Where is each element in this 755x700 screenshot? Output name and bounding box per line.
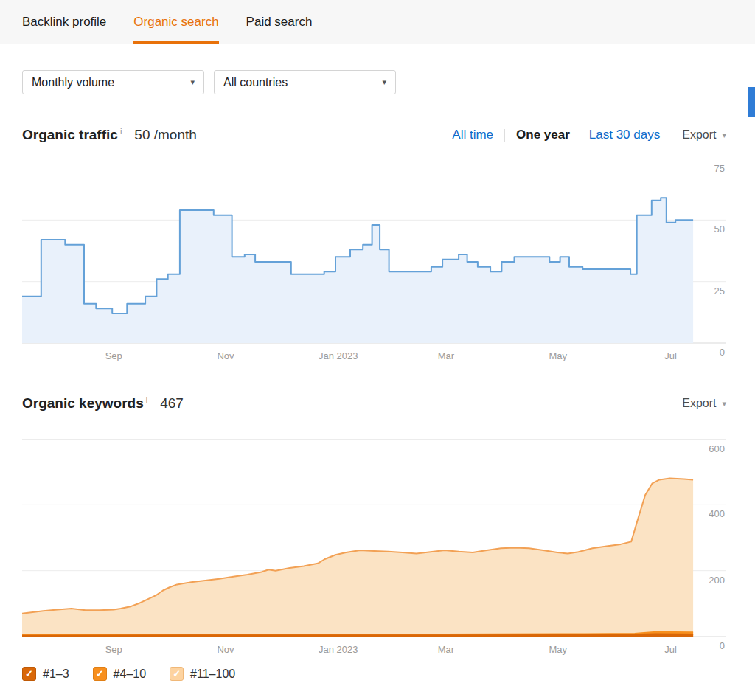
info-icon[interactable]: i <box>120 127 122 136</box>
chevron-down-icon: ▾ <box>190 77 195 87</box>
position-legend: ✓ #1–3 ✓ #4–10 ✓ #11–100 <box>22 667 235 681</box>
legend-label: #4–10 <box>114 668 147 681</box>
organic-traffic-chart: 7550250SepNovJan 2023MarMayJul <box>22 159 726 365</box>
svg-text:Mar: Mar <box>438 350 455 361</box>
svg-text:Jan 2023: Jan 2023 <box>319 350 358 361</box>
export-label: Export <box>682 128 716 142</box>
svg-text:Jan 2023: Jan 2023 <box>319 644 358 655</box>
legend-item-4-10[interactable]: ✓ #4–10 <box>93 667 147 681</box>
keywords-controls: Export ▾ <box>682 397 726 410</box>
organic-keywords-header: Organic keywords i 467 Export ▾ <box>22 392 726 415</box>
range-divider <box>504 129 505 142</box>
svg-text:Sep: Sep <box>105 350 122 361</box>
export-button-keywords[interactable]: Export ▾ <box>682 397 726 410</box>
svg-text:Mar: Mar <box>438 644 455 655</box>
legend-item-1-3[interactable]: ✓ #1–3 <box>22 667 69 681</box>
range-all-time[interactable]: All time <box>452 128 493 142</box>
legend-item-11-100[interactable]: ✓ #11–100 <box>170 667 235 681</box>
checkbox-checked-icon[interactable]: ✓ <box>93 667 107 681</box>
organic-keywords-title-group: Organic keywords i 467 <box>22 395 184 412</box>
checkbox-checked-icon[interactable]: ✓ <box>170 667 184 681</box>
organic-keywords-chart: 6004002000SepNovJan 2023MarMayJul <box>22 439 726 659</box>
country-select-value: All countries <box>223 76 288 89</box>
export-button-traffic[interactable]: Export ▾ <box>682 128 726 142</box>
traffic-controls: All time One year Last 30 days Export ▾ <box>452 128 726 142</box>
tab-bar: Backlink profile Organic search Paid sea… <box>0 0 755 44</box>
tab-backlink-profile[interactable]: Backlink profile <box>22 0 106 44</box>
svg-text:Jul: Jul <box>664 350 677 361</box>
checkbox-checked-icon[interactable]: ✓ <box>22 667 36 681</box>
info-icon[interactable]: i <box>146 395 147 404</box>
chevron-down-icon: ▾ <box>722 131 726 140</box>
organic-traffic-title: Organic traffic <box>22 127 118 143</box>
svg-text:75: 75 <box>714 163 725 174</box>
filters-row: Monthly volume ▾ All countries ▾ <box>22 70 396 94</box>
volume-select[interactable]: Monthly volume ▾ <box>22 70 204 94</box>
svg-text:50: 50 <box>714 223 725 235</box>
tab-paid-search[interactable]: Paid search <box>246 0 313 44</box>
svg-text:0: 0 <box>720 347 725 358</box>
svg-text:Jul: Jul <box>664 644 677 655</box>
range-one-year[interactable]: One year <box>516 128 570 142</box>
svg-text:Nov: Nov <box>217 644 234 655</box>
legend-label: #1–3 <box>43 668 69 681</box>
volume-select-value: Monthly volume <box>32 76 114 89</box>
chart-keywords-canvas: 6004002000SepNovJan 2023MarMayJul <box>22 439 726 659</box>
country-select[interactable]: All countries ▾ <box>214 70 396 94</box>
chart-traffic-canvas: 7550250SepNovJan 2023MarMayJul <box>22 159 726 365</box>
svg-text:May: May <box>549 644 568 655</box>
svg-text:200: 200 <box>709 575 725 586</box>
scrollbar-thumb[interactable] <box>748 87 755 117</box>
organic-traffic-header: Organic traffic i 50 /month All time One… <box>22 124 726 146</box>
range-last-30-days[interactable]: Last 30 days <box>589 128 660 142</box>
svg-text:25: 25 <box>714 285 725 297</box>
organic-keywords-title: Organic keywords <box>22 395 144 412</box>
svg-text:Nov: Nov <box>217 350 234 361</box>
tab-organic-search[interactable]: Organic search <box>133 0 218 44</box>
organic-traffic-title-group: Organic traffic i 50 /month <box>22 127 197 143</box>
chevron-down-icon: ▾ <box>722 399 726 409</box>
svg-text:400: 400 <box>709 508 725 519</box>
organic-keywords-value: 467 <box>160 395 184 412</box>
svg-text:Sep: Sep <box>105 644 122 655</box>
export-label: Export <box>682 397 716 410</box>
chevron-down-icon: ▾ <box>382 77 386 87</box>
svg-text:600: 600 <box>709 443 725 454</box>
svg-text:May: May <box>549 350 568 361</box>
svg-text:0: 0 <box>720 640 725 651</box>
organic-traffic-value: 50 /month <box>134 127 197 143</box>
legend-label: #11–100 <box>190 668 235 681</box>
